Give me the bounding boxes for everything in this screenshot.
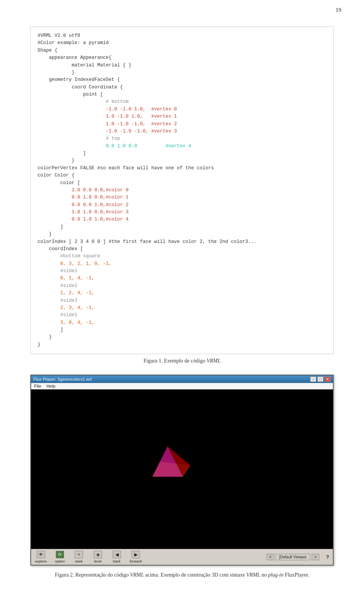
option-icon: ⟳ (56, 551, 64, 558)
viewport-nav: < [Default Viewpor > (267, 554, 319, 560)
option-button[interactable]: ⟳ option (54, 551, 66, 563)
level-label: level (94, 559, 102, 563)
explore-button[interactable]: 👁 explore (35, 551, 47, 563)
page-number: 19 (336, 7, 341, 13)
flux-window-title: Flux Player: 5geomcolors1.wrl (33, 377, 92, 381)
flux-viewport (31, 389, 333, 549)
option-label: option (55, 559, 65, 563)
figure2-caption: Figura 2. Representação do código VRML a… (30, 571, 334, 579)
maximize-button[interactable]: □ (317, 377, 323, 382)
forward-button[interactable]: ▶ forward (130, 551, 142, 563)
prev-viewport-button[interactable]: < (267, 554, 274, 560)
code-block-container: #VRML V2.0 utf8 #Color example: a pyrami… (30, 27, 334, 354)
flux-toolbar: 👁 explore ⟳ option + seek ◈ level ◀ back… (31, 549, 333, 565)
viewport-label: [Default Viewpor (276, 554, 310, 560)
explore-label: explore (35, 559, 47, 563)
minimize-button[interactable]: ─ (310, 377, 316, 382)
seek-button[interactable]: + seek (73, 551, 85, 563)
window-controls: ─ □ ✕ (310, 377, 331, 382)
flux-titlebar: Flux Player: 5geomcolors1.wrl ─ □ ✕ (31, 375, 333, 383)
level-button[interactable]: ◈ level (92, 551, 104, 563)
seek-icon: + (75, 551, 83, 558)
figure1-caption: Figura 1. Exemplo de código VRML (30, 358, 334, 364)
menu-file[interactable]: File (34, 384, 41, 388)
back-label: back (113, 559, 121, 563)
forward-label: forward (130, 559, 142, 563)
back-icon: ◀ (113, 551, 121, 558)
flux-menubar: File Help (31, 383, 333, 389)
next-viewport-button[interactable]: > (312, 554, 319, 560)
seek-label: seek (75, 559, 83, 563)
menu-help[interactable]: Help (47, 384, 56, 388)
vrml-code: #VRML V2.0 utf8 #Color example: a pyrami… (38, 32, 326, 348)
help-button[interactable]: ? (326, 554, 329, 560)
level-icon: ◈ (94, 551, 102, 558)
pyramid-svg (130, 424, 206, 500)
close-button[interactable]: ✕ (325, 377, 331, 382)
back-button[interactable]: ◀ back (111, 551, 123, 563)
flux-player-window: Flux Player: 5geomcolors1.wrl ─ □ ✕ File… (30, 375, 334, 566)
forward-icon: ▶ (132, 551, 140, 558)
explore-icon: 👁 (37, 551, 45, 558)
